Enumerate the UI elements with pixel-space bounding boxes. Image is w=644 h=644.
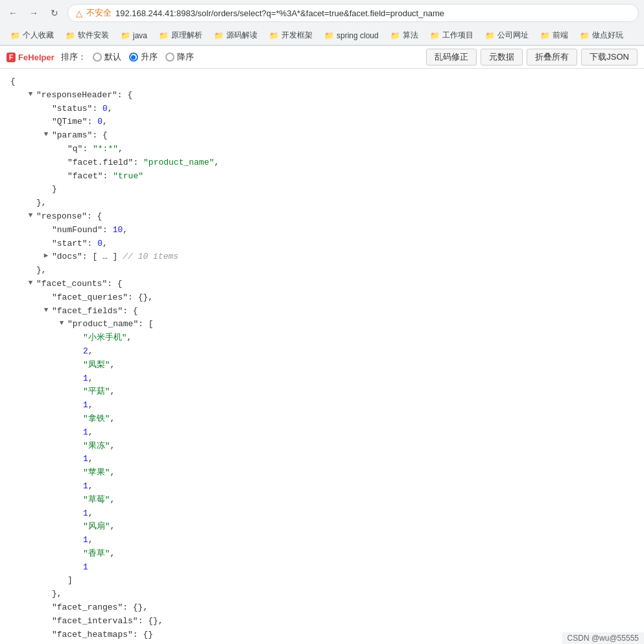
refresh-button[interactable]: ↻ <box>47 5 62 21</box>
bookmark-principle[interactable]: 📁 原理解析 <box>154 28 208 43</box>
status-text: CSDN @wu@55555 <box>567 634 639 643</box>
sort-default-label: 默认 <box>104 51 121 63</box>
warning-icon: △ <box>76 8 82 18</box>
bookmark-frontend[interactable]: 📁 前端 <box>535 28 573 43</box>
xiaomi-count-line: 2, <box>10 345 634 359</box>
bookmark-devframe[interactable]: 📁 开发框架 <box>264 28 318 43</box>
warning-text: 不安全 <box>86 7 112 19</box>
caomei-count-line: 1, <box>10 507 634 521</box>
json-open-brace: { <box>10 75 634 89</box>
address-bar[interactable]: △ 不安全 192.168.244.41:8983/solr/orders/se… <box>67 4 639 22</box>
forward-button[interactable]: → <box>26 5 42 21</box>
facet-fields-close: }, <box>10 588 634 601</box>
facet-line: "facet": "true" <box>10 170 634 184</box>
response-header-line: ▼ "responseHeader": { <box>10 89 634 102</box>
xiangcao-count-line: 1 <box>10 561 634 575</box>
folder-icon: 📁 <box>121 31 130 40</box>
bookmark-label: 工作项目 <box>442 30 473 41</box>
collapse-product-name[interactable]: ▼ <box>57 318 66 327</box>
params-line: ▼ "params": { <box>10 129 634 143</box>
bookmark-label: 个人收藏 <box>23 30 54 41</box>
sort-asc[interactable]: 升序 <box>129 51 158 63</box>
toolbar-buttons: 乱码修正 元数据 折叠所有 下载JSON <box>426 49 638 66</box>
browser-chrome: ← → ↻ △ 不安全 192.168.244.41:8983/solr/ord… <box>0 0 644 46</box>
back-button[interactable]: ← <box>5 5 21 21</box>
start-line: "start": 0, <box>10 237 634 251</box>
response-line: ▼ "response": { <box>10 210 634 224</box>
collapse-docs[interactable]: ▶ <box>42 250 51 259</box>
pingguo-count-line: 1, <box>10 480 634 494</box>
product-name-line: ▼ "product_name": [ <box>10 318 634 331</box>
folder-icon: 📁 <box>485 31 495 40</box>
sort-asc-label: 升序 <box>141 51 158 63</box>
sort-desc-label: 降序 <box>177 51 194 63</box>
xiangcao-line: "香草", <box>10 547 634 561</box>
bookmark-label: 做点好玩 <box>592 30 623 41</box>
folder-icon: 📁 <box>159 31 169 40</box>
facet-counts-line: ▼ "facet_counts": { <box>10 278 634 291</box>
bookmark-company[interactable]: 📁 公司网址 <box>480 28 534 43</box>
folder-icon: 📁 <box>214 31 224 40</box>
bookmark-fun[interactable]: 📁 做点好玩 <box>575 28 628 43</box>
params-close: } <box>10 183 634 197</box>
guodong-count-line: 1, <box>10 453 634 466</box>
collapse-facet-counts[interactable]: ▼ <box>26 278 35 287</box>
bookmark-personal[interactable]: 📁 个人收藏 <box>5 28 59 43</box>
bookmark-springcloud[interactable]: 📁 spring cloud <box>319 29 384 42</box>
facet-queries-line: "facet_queries": {}, <box>10 291 634 305</box>
response-close: }, <box>10 264 634 278</box>
bookmark-label: 原理解析 <box>171 30 202 41</box>
product-name-close: ] <box>10 574 634 588</box>
collapse-response-header[interactable]: ▼ <box>26 89 35 98</box>
sort-desc[interactable]: 降序 <box>165 51 194 63</box>
bookmark-java[interactable]: 📁 java <box>115 29 152 42</box>
collapse-response[interactable]: ▼ <box>26 210 35 219</box>
xiaomi-line: "小米手机", <box>10 331 634 345</box>
facet-field-line: "facet.field": "product_name", <box>10 156 634 170</box>
fix-encoding-button[interactable]: 乱码修正 <box>426 49 477 66</box>
bookmark-label: 开发框架 <box>281 30 313 41</box>
facet-heatmaps-line: "facet_heatmaps": {} <box>10 628 634 642</box>
sort-default[interactable]: 默认 <box>93 51 121 63</box>
response-header-close: }, <box>10 197 634 210</box>
folder-icon: 📁 <box>66 31 75 40</box>
bookmark-label: 软件安装 <box>78 30 109 41</box>
fold-all-button[interactable]: 折叠所有 <box>527 49 577 66</box>
bookmark-label: 源码解读 <box>226 30 257 41</box>
folder-icon: 📁 <box>390 31 400 40</box>
bookmark-work[interactable]: 📁 工作项目 <box>425 28 479 43</box>
fengshan-line: "风扇", <box>10 520 634 534</box>
docs-line: ▶ "docs": [ … ] // 10 items <box>10 250 634 264</box>
fengshan-count-line: 1, <box>10 534 634 547</box>
folder-icon: 📁 <box>10 31 20 40</box>
qtime-line: "QTime": 0, <box>10 115 634 129</box>
bookmark-source[interactable]: 📁 源码解读 <box>209 28 263 43</box>
collapse-params[interactable]: ▼ <box>42 129 51 138</box>
fehelper-icon: F <box>6 53 16 62</box>
bookmark-software[interactable]: 📁 软件安装 <box>60 28 114 43</box>
bookmark-label: 前端 <box>553 30 568 41</box>
caomei-line: "草莓", <box>10 494 634 507</box>
natou-line: "拿铁", <box>10 412 634 426</box>
radio-desc-circle <box>165 53 174 62</box>
fehelper-logo: F FeHelper <box>6 53 54 62</box>
radio-asc-circle <box>129 53 138 62</box>
collapse-facet-fields[interactable]: ▼ <box>42 305 51 314</box>
bookmark-label: 公司网址 <box>497 30 529 41</box>
json-viewer: { ▼ "responseHeader": { "status": 0, "QT… <box>0 69 644 644</box>
raw-data-button[interactable]: 元数据 <box>481 49 523 66</box>
natou-count-line: 1, <box>10 426 634 440</box>
status-bar: CSDN @wu@55555 <box>562 632 644 644</box>
download-json-button[interactable]: 下载JSON <box>581 49 638 66</box>
sort-label: 排序： <box>61 51 86 63</box>
facet-ranges-line: "facet_ranges": {}, <box>10 601 634 615</box>
status-line: "status": 0, <box>10 102 634 116</box>
bookmark-label: java <box>133 31 147 40</box>
bookmark-algo[interactable]: 📁 算法 <box>385 28 423 43</box>
folder-icon: 📁 <box>580 31 590 40</box>
folder-icon: 📁 <box>540 31 550 40</box>
bookmarks-bar: 📁 个人收藏 📁 软件安装 📁 java 📁 原理解析 📁 源码解读 📁 开发框… <box>0 26 644 45</box>
folder-icon: 📁 <box>430 31 440 40</box>
folder-icon: 📁 <box>324 31 334 40</box>
radio-default-circle <box>93 53 102 62</box>
